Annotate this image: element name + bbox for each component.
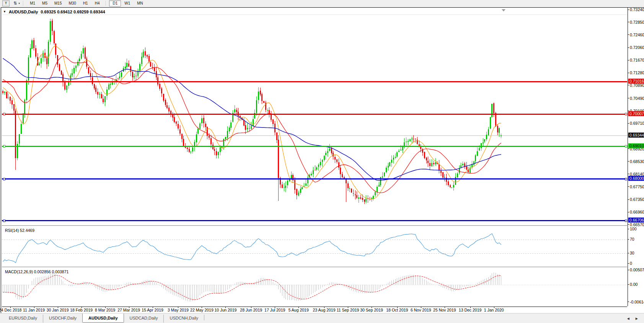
axis-tick [628,284,629,285]
line-drag-handle[interactable] [3,178,5,180]
price-axis-label: 0.70490 [630,96,644,101]
line-drag-handle[interactable] [625,178,627,180]
price-axis-label: 0.72060 [630,45,644,50]
axis-tick [628,229,629,229]
bars-dropdown-button[interactable]: ⇅ ▼ [13,1,20,5]
date-axis-label: 25 Nov 2019 [433,308,456,312]
date-axis-label: 10 Jun 2019 [215,308,237,312]
tab-scroll-arrows: ◀ ▶ [627,317,638,320]
date-axis-label: 1 Jan 2020 [484,308,504,312]
title-divider [2,15,627,15]
price-axis-label: 0.66960 [630,210,644,214]
axis-tick [628,98,629,98]
rsi-axis-label: 100 [630,227,637,231]
macd-axis-label: 0.00 [630,282,637,287]
price-axis[interactable]: 0.732400.728500.724600.720600.716700.712… [628,8,644,306]
axis-tick [628,148,629,149]
price-pane[interactable] [2,8,627,225]
date-axis-label: 3 May 2019 [168,308,189,312]
axis-tick [628,186,629,187]
timeframe-button-d1[interactable]: D1 [109,0,121,7]
axis-tick [628,34,629,35]
axis-tick [628,302,629,302]
candles [2,19,502,204]
timeframe-button-h4[interactable]: H4 [91,0,103,7]
toolbar-separator [106,1,106,6]
timeframe-button-m5[interactable]: M5 [39,0,51,7]
timeframe-buttons-intraday: M1M5M15M30H1H4 [26,0,103,7]
axis-tick [628,174,629,174]
timeframe-button-m15[interactable]: M15 [51,0,65,7]
line-drag-handle[interactable] [625,113,627,115]
scroll-left-icon[interactable]: ◀ [627,317,629,320]
chart-shift-marker[interactable] [502,9,505,11]
timeframe-buttons-daily: D1W1MN [109,0,146,7]
date-axis-label: 28 Jun 2019 [240,308,262,312]
date-axis-label: 17 Jul 2019 [264,308,285,312]
macd-pane[interactable] [2,268,627,307]
price-axis-label: 0.72460 [630,33,644,37]
date-axis-label: 8 Mar 2019 [95,308,115,312]
price-axis-label: 0.73240 [630,7,644,12]
symbol-tabs: EURUSD,DailyUSDCHF,DailyAUDUSD,DailyUSDC… [3,313,204,323]
axis-tick [628,263,629,264]
price-axis-label: 0.67350 [630,197,644,202]
chart-type-button[interactable]: T [2,0,10,7]
tab-usdcad[interactable]: USDCAD,Daily [124,315,164,323]
price-axis-label: 0.71670 [630,58,644,62]
axis-tick [628,253,629,253]
symbol-name: AUDUSD,Daily [9,10,38,14]
price-line-badge: 0.70007 [628,111,644,116]
rsi-axis-label: 70 [630,237,634,241]
line-drag-handle[interactable] [3,145,5,147]
timeframe-button-w1[interactable]: W1 [121,0,134,7]
tab-usdchf[interactable]: USDCHF,Daily [43,315,82,323]
date-axis-label: 6 Nov 2019 [411,308,431,312]
tab-eurusd[interactable]: EURUSD,Daily [3,315,43,323]
line-drag-handle[interactable] [625,145,627,147]
date-axis-label: 18 Oct 2019 [386,308,408,312]
chart-title: ▼ AUDUSD,Daily 0.69325 0.69412 0.69259 0… [3,9,105,15]
macd-axis-label: 0.005076 [630,268,644,272]
rsi-pane[interactable] [2,226,627,267]
date-axis-label: 24 Dec 2018 [0,308,21,312]
tab-usdcnh[interactable]: USDCNH,Daily [163,315,204,323]
ma-fast-line [3,46,501,199]
rsi-axis-label: 30 [630,251,634,255]
collapse-icon[interactable]: ▼ [3,10,6,13]
line-drag-handle[interactable] [3,113,5,115]
axis-tick [628,60,629,60]
axis-tick [628,85,629,85]
price-axis-label: 0.72850 [630,20,644,24]
axis-tick [628,111,629,111]
trading-terminal: T ⇅ ▼ M1M5M15M30H1H4 D1W1MN ▼ AUDUSD,Dai… [0,0,644,323]
symbol-tab-bar: EURUSD,DailyUSDCHF,DailyAUDUSD,DailyUSDC… [0,313,644,323]
line-drag-handle[interactable] [625,220,627,222]
scroll-right-icon[interactable]: ▶ [636,317,638,320]
date-axis[interactable]: 24 Dec 201811 Jan 201930 Jan 201918 Feb … [2,307,627,313]
date-axis-label: 30 Sep 2019 [360,308,383,312]
chart-window: ▼ AUDUSD,Daily 0.69325 0.69412 0.69259 0… [1,7,644,313]
date-axis-label: 13 Dec 2019 [459,308,482,312]
timeframe-button-h1[interactable]: H1 [80,0,91,7]
axis-tick [628,239,629,240]
timeframe-button-mn[interactable]: MN [134,0,147,7]
price-line-badge: 0.66706 [628,218,644,223]
current-price-badge: 0.69344 [628,133,644,138]
chart-plot-area[interactable]: ▼ AUDUSD,Daily 0.69325 0.69412 0.69259 0… [2,8,627,313]
timeframe-button-m30[interactable]: M30 [65,0,79,7]
macd-signal-line [3,275,501,300]
tab-audusd[interactable]: AUDUSD,Daily [82,313,124,323]
axis-tick [628,73,629,73]
axis-tick [628,161,629,162]
axis-tick [628,199,629,200]
ohlc-values: 0.69325 0.69412 0.69259 0.69344 [41,10,105,14]
date-axis-label: 5 Aug 2019 [289,308,309,312]
price-line-badge: 0.71016 [628,79,644,84]
price-line-badge: 0.68000 [628,176,644,181]
timeframe-button-m1[interactable]: M1 [26,0,39,7]
axis-tick [628,224,629,225]
line-drag-handle[interactable] [3,220,5,222]
price-axis-label: 0.71280 [630,70,644,75]
macd-axis-label: -0.006148 [630,300,644,304]
